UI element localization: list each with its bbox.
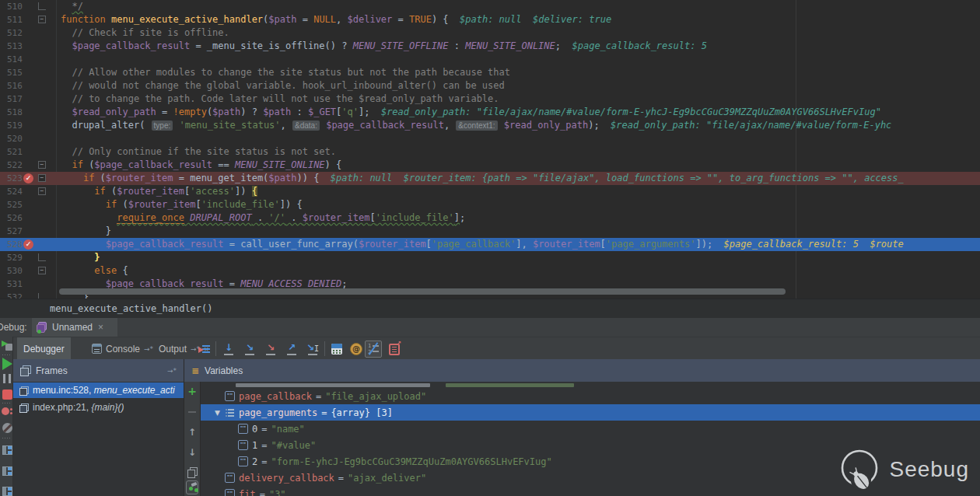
line-number[interactable]: 516 <box>0 79 26 93</box>
editor-horizontal-scrollbar[interactable] <box>59 288 786 295</box>
code-line[interactable]: 511−function menu_execute_active_handler… <box>0 13 980 26</box>
code-line[interactable]: 524− if ($router_item['access']) { <box>0 185 980 198</box>
code-line[interactable]: 529 } <box>0 251 980 264</box>
fold-collapse-icon[interactable]: − <box>38 161 46 169</box>
pin-icon[interactable]: →* <box>167 367 177 375</box>
code-text: else { <box>61 264 128 278</box>
line-number[interactable]: 524 <box>0 185 26 198</box>
line-number[interactable]: 526 <box>0 211 26 225</box>
frame-row[interactable]: menu.inc:528, menu_execute_acti <box>13 382 184 398</box>
code-editor[interactable]: 510 */511−function menu_execute_active_h… <box>0 0 980 299</box>
line-number[interactable]: 513 <box>0 40 26 53</box>
breakpoint-icon[interactable]: ✓ <box>23 173 33 183</box>
code-line[interactable]: 520 <box>0 132 980 145</box>
force-step-into-button[interactable]: ↘ <box>262 341 279 358</box>
code-line[interactable]: 523−✓ if ($router_item = menu_get_item($… <box>0 172 980 185</box>
force-step-into-icon: ↘ <box>264 343 277 355</box>
fold-end-icon[interactable] <box>38 293 46 299</box>
code-line[interactable]: 527 } <box>0 225 980 238</box>
toolbar-separator <box>2 403 10 403</box>
remove-watch-button[interactable] <box>186 406 198 418</box>
line-number[interactable]: 519 <box>0 119 26 132</box>
view-breakpoints-button[interactable] <box>386 341 403 358</box>
line-number[interactable]: 521 <box>0 145 26 159</box>
line-number[interactable]: 525 <box>0 198 26 211</box>
variable-row[interactable]: ▼page_arguments={array} [3] <box>201 404 980 421</box>
step-into-button[interactable]: ↘ <box>241 341 258 358</box>
threads-menu-icon[interactable]: ≡ <box>191 366 199 375</box>
line-number[interactable]: 514 <box>0 53 26 66</box>
code-line[interactable]: 526 require_once DRUPAL_ROOT . '/' . $ro… <box>0 211 980 225</box>
fold-end-icon[interactable] <box>38 2 46 10</box>
code-line[interactable]: 516 // would not change the global varia… <box>0 79 980 93</box>
duplicate-watch-button[interactable] <box>186 466 198 478</box>
evaluate-expression-button[interactable] <box>328 341 345 358</box>
move-watch-up-button[interactable]: ↑ <box>186 426 198 438</box>
run-to-cursor-button[interactable]: ↘I <box>304 341 321 358</box>
close-session-icon[interactable]: × <box>98 322 103 333</box>
debug-session-tab[interactable]: Unnamed × <box>32 318 117 337</box>
mute-breakpoints-button[interactable] <box>1 421 13 434</box>
line-number[interactable]: 510 <box>0 0 26 13</box>
stop-button[interactable] <box>1 388 13 400</box>
line-number[interactable]: 523 <box>0 172 26 185</box>
line-number[interactable]: 527 <box>0 225 26 238</box>
line-number[interactable]: 512 <box>0 26 26 40</box>
code-line[interactable]: 525 if ($router_item['include_file']) { <box>0 198 980 211</box>
scrolled-variable-row[interactable] <box>201 382 980 388</box>
line-number[interactable]: 515 <box>0 66 26 79</box>
fold-end-icon[interactable] <box>38 253 46 261</box>
layout-settings-button[interactable] <box>1 465 13 477</box>
show-watches-toggle-button[interactable] <box>186 481 198 494</box>
code-line[interactable]: 514 <box>0 53 980 66</box>
line-number[interactable]: 511 <box>0 13 26 26</box>
code-line[interactable]: 512 // Check if site is offline. <box>0 26 980 40</box>
line-number[interactable]: 518 <box>0 106 26 119</box>
line-number[interactable]: 532 <box>0 291 26 299</box>
inline-values-toggle-button[interactable]: 1 2 <box>365 341 382 358</box>
tab-debugger[interactable]: Debugger <box>17 337 71 360</box>
code-line[interactable]: 522− if ($page_callback_result == MENU_S… <box>0 159 980 172</box>
fold-collapse-icon[interactable]: − <box>38 174 46 182</box>
add-watch-button[interactable]: + <box>186 385 198 397</box>
code-line[interactable]: 521 // Only continue if the site status … <box>0 145 980 159</box>
variable-row[interactable]: ""0="name" <box>201 421 980 437</box>
code-line[interactable]: 510 */ <box>0 0 980 13</box>
code-line[interactable]: 517 // to change the path. Code later wi… <box>0 93 980 106</box>
line-number[interactable]: 529 <box>0 251 26 264</box>
view-breakpoints-button[interactable] <box>1 405 13 417</box>
frame-function: {main}() <box>91 402 124 413</box>
fold-collapse-icon[interactable]: − <box>38 16 46 23</box>
panel-option-button[interactable] <box>1 485 13 496</box>
pause-button[interactable] <box>1 372 13 385</box>
fold-collapse-icon[interactable]: − <box>38 267 46 274</box>
code-line[interactable]: 515 // Allow other modules to change the… <box>0 66 980 79</box>
line-number[interactable]: 530 <box>0 264 26 278</box>
line-number[interactable]: 522 <box>0 159 26 172</box>
restore-layout-button[interactable] <box>1 444 13 456</box>
code-line[interactable]: 518 $read_only_path = !empty($path) ? $p… <box>0 106 980 119</box>
tab-console[interactable]: Console →* <box>86 337 159 360</box>
move-watch-down-button[interactable]: ↓ <box>186 446 198 459</box>
code-line[interactable]: 530− else { <box>0 264 980 278</box>
line-number[interactable]: 517 <box>0 93 26 106</box>
frame-row[interactable]: index.php:21, {main}() <box>13 400 184 415</box>
variable-row[interactable]: ""page_callback="file_ajax_upload" <box>201 388 980 404</box>
expand-toggle-icon[interactable]: ▼ <box>215 409 220 417</box>
code-line[interactable]: 519 drupal_alter( type: 'menu_site_statu… <box>0 119 980 132</box>
line-number[interactable]: 531 <box>0 278 26 291</box>
show-execution-point-button[interactable] <box>195 341 212 358</box>
step-out-button[interactable]: ↗ <box>283 341 300 358</box>
fold-collapse-icon[interactable]: − <box>38 187 46 195</box>
step-over-button[interactable]: ↓ <box>220 341 237 358</box>
code-line[interactable]: 513 $page_callback_result = _menu_site_i… <box>0 40 980 53</box>
code-text: $page_callback_result = call_user_func_a… <box>61 238 904 251</box>
rerun-button[interactable] <box>1 339 13 351</box>
breadcrumb[interactable]: menu_execute_active_handler() <box>50 299 213 319</box>
breakpoint-icon[interactable]: ✓ <box>23 239 33 250</box>
line-number[interactable]: 520 <box>0 132 26 145</box>
line-number[interactable]: 528 <box>0 238 26 251</box>
show-values-inline-button[interactable]: @ <box>348 341 365 358</box>
code-line[interactable]: 528✓ $page_callback_result = call_user_f… <box>0 238 980 251</box>
resume-button[interactable] <box>1 358 13 370</box>
